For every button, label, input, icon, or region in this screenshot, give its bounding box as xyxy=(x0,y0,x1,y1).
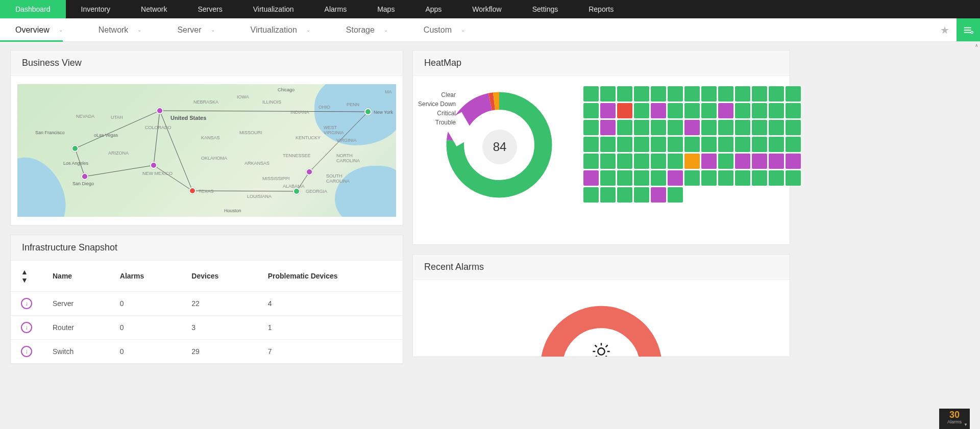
heat-cell[interactable] xyxy=(701,120,717,135)
heat-cell[interactable] xyxy=(786,137,801,152)
heat-cell[interactable] xyxy=(651,86,666,102)
heat-cell[interactable] xyxy=(583,154,599,169)
map-node-new-york[interactable] xyxy=(364,108,372,115)
heat-cell[interactable] xyxy=(735,137,750,152)
subnav-item-storage[interactable]: Storage⌄ xyxy=(331,18,408,41)
add-widget-button[interactable] xyxy=(957,18,980,41)
map-node-south-carolina[interactable] xyxy=(306,168,313,175)
subnav-item-overview[interactable]: Overview⌄ xyxy=(0,18,83,41)
heat-cell[interactable] xyxy=(583,187,599,203)
topnav-item-apps[interactable]: Apps xyxy=(410,0,457,18)
heat-cell[interactable] xyxy=(583,103,599,118)
col-devices[interactable]: Devices xyxy=(181,261,257,292)
heat-cell[interactable] xyxy=(735,154,750,169)
heat-cell[interactable] xyxy=(684,137,700,152)
heat-cell[interactable] xyxy=(617,137,632,152)
topnav-item-settings[interactable]: Settings xyxy=(517,0,574,18)
heat-cell[interactable] xyxy=(735,103,750,118)
heat-cell[interactable] xyxy=(600,103,616,118)
heat-cell[interactable] xyxy=(735,120,750,135)
heat-cell[interactable] xyxy=(668,137,683,152)
topnav-item-network[interactable]: Network xyxy=(126,0,182,18)
heat-cell[interactable] xyxy=(786,103,801,118)
heat-cell[interactable] xyxy=(617,103,632,118)
subnav-item-server[interactable]: Server⌄ xyxy=(162,18,235,41)
map-node-denver[interactable] xyxy=(156,107,163,114)
topnav-item-reports[interactable]: Reports xyxy=(573,0,629,18)
heat-cell[interactable] xyxy=(634,103,649,118)
heat-cell[interactable] xyxy=(600,170,616,186)
scroll-up-icon[interactable]: ∧ xyxy=(973,42,980,49)
heat-cell[interactable] xyxy=(718,86,733,102)
map-node-new-mexico[interactable] xyxy=(150,162,157,169)
heat-cell[interactable] xyxy=(684,86,700,102)
heat-cell[interactable] xyxy=(634,170,649,186)
heat-cell[interactable] xyxy=(617,120,632,135)
heat-cell[interactable] xyxy=(769,103,784,118)
heat-cell[interactable] xyxy=(668,86,683,102)
heat-cell[interactable] xyxy=(617,170,632,186)
heat-cell[interactable] xyxy=(769,170,784,186)
heat-cell[interactable] xyxy=(684,120,700,135)
heat-cell[interactable] xyxy=(701,154,717,169)
alarms-counter-button[interactable]: 30 Alarms ▼ xyxy=(939,409,970,429)
business-view-map[interactable]: United States NEVADA UTAH COLORADO ARIZO… xyxy=(17,84,396,217)
col-name[interactable]: Name xyxy=(42,261,110,292)
heat-cell[interactable] xyxy=(583,137,599,152)
heat-cell[interactable] xyxy=(752,154,767,169)
heat-cell[interactable] xyxy=(735,86,750,102)
heat-cell[interactable] xyxy=(668,103,683,118)
heat-cell[interactable] xyxy=(634,187,649,203)
heat-cell[interactable] xyxy=(769,86,784,102)
heat-cell[interactable] xyxy=(786,120,801,135)
heat-cell[interactable] xyxy=(718,170,733,186)
topnav-item-dashboard[interactable]: Dashboard xyxy=(0,0,66,18)
heat-cell[interactable] xyxy=(752,170,767,186)
heat-cell[interactable] xyxy=(634,120,649,135)
heat-cell[interactable] xyxy=(668,187,683,203)
topnav-item-virtualization[interactable]: Virtualization xyxy=(238,0,309,18)
heat-cell[interactable] xyxy=(769,120,784,135)
vertical-scrollbar[interactable]: ∧ xyxy=(973,42,980,429)
table-row[interactable]: ↓Server0224 xyxy=(11,292,403,316)
heat-cell[interactable] xyxy=(718,103,733,118)
heat-cell[interactable] xyxy=(752,86,767,102)
heat-cell[interactable] xyxy=(786,170,801,186)
heat-cell[interactable] xyxy=(617,86,632,102)
heat-cell[interactable] xyxy=(651,103,666,118)
heat-cell[interactable] xyxy=(701,86,717,102)
heat-cell[interactable] xyxy=(684,103,700,118)
favorite-icon[interactable]: ★ xyxy=(933,18,957,41)
heat-cell[interactable] xyxy=(634,137,649,152)
table-row[interactable]: ↓Router031 xyxy=(11,316,403,340)
topnav-item-workflow[interactable]: Workflow xyxy=(457,0,517,18)
heat-cell[interactable] xyxy=(752,103,767,118)
heat-cell[interactable] xyxy=(786,154,801,169)
topnav-item-alarms[interactable]: Alarms xyxy=(309,0,362,18)
heat-cell[interactable] xyxy=(668,170,683,186)
heat-cell[interactable] xyxy=(651,170,666,186)
heat-cell[interactable] xyxy=(600,137,616,152)
heat-cell[interactable] xyxy=(718,137,733,152)
heat-cell[interactable] xyxy=(735,170,750,186)
heat-cell[interactable] xyxy=(617,187,632,203)
heat-cell[interactable] xyxy=(600,154,616,169)
heat-cell[interactable] xyxy=(701,103,717,118)
heat-cell[interactable] xyxy=(769,154,784,169)
subnav-item-custom[interactable]: Custom⌄ xyxy=(408,18,485,41)
heat-cell[interactable] xyxy=(718,154,733,169)
topnav-item-inventory[interactable]: Inventory xyxy=(66,0,126,18)
heat-cell[interactable] xyxy=(668,120,683,135)
heat-cell[interactable] xyxy=(701,137,717,152)
heat-cell[interactable] xyxy=(651,137,666,152)
heat-cell[interactable] xyxy=(769,137,784,152)
heat-cell[interactable] xyxy=(600,86,616,102)
heat-cell[interactable] xyxy=(600,120,616,135)
map-node-texas[interactable] xyxy=(189,187,196,194)
heat-cell[interactable] xyxy=(634,154,649,169)
heat-cell[interactable] xyxy=(651,187,666,203)
heat-cell[interactable] xyxy=(684,154,700,169)
heat-cell[interactable] xyxy=(583,86,599,102)
heat-cell[interactable] xyxy=(583,170,599,186)
col-alarms[interactable]: Alarms xyxy=(110,261,182,292)
